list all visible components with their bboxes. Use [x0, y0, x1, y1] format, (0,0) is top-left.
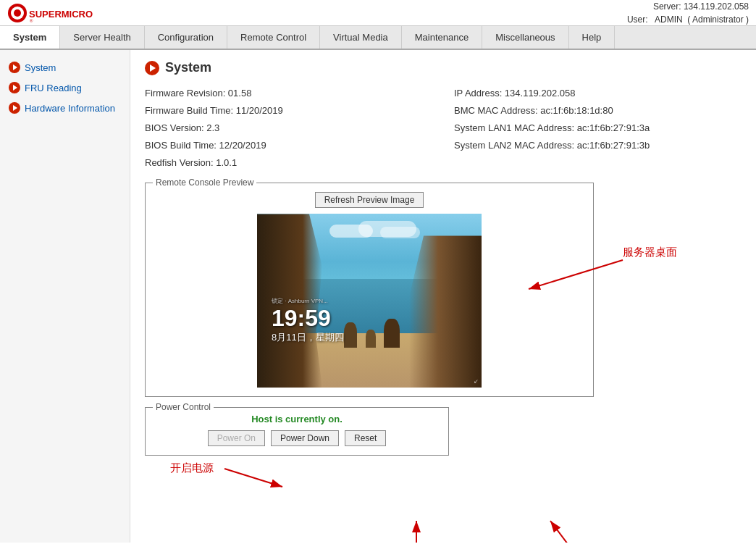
nav-remote-control[interactable]: Remote Control [227, 26, 320, 49]
sidebar-label-hardware: Hardware Information [25, 103, 115, 114]
server-label: Server: [653, 1, 684, 12]
date-display: 8月11日，星期四 [272, 331, 344, 344]
info-grid: Firmware Revision: 01.58 IP Address: 134… [145, 85, 742, 171]
rock-stack1 [344, 322, 357, 348]
nav-miscellaneous[interactable]: Miscellaneous [482, 26, 568, 49]
navbar: System Server Health Configuration Remot… [0, 26, 756, 50]
rock-right [409, 235, 482, 388]
power-control-legend: Power Control [153, 402, 214, 412]
lan2-mac: System LAN2 MAC Address: ac:1f:6b:27:91:… [454, 138, 742, 154]
refresh-preview-button[interactable]: Refresh Preview Image [315, 192, 424, 208]
bmc-mac: BMC MAC Address: ac:1f:6b:18:1d:80 [454, 103, 742, 119]
user-label: User: [627, 14, 655, 25]
time-overlay: 锁定 · Ashburn VPN... 19:59 8月11日，星期四 [272, 297, 344, 344]
refresh-btn-row: Refresh Preview Image [154, 192, 584, 208]
time-display: 19:59 [272, 306, 344, 330]
main: System FRU Reading Hardware Information … [0, 50, 756, 543]
sidebar-arrow-system [9, 62, 20, 73]
content: System Firmware Revision: 01.58 IP Addre… [130, 50, 756, 543]
reset-button[interactable]: Reset [345, 430, 386, 446]
page-title-icon [145, 61, 159, 75]
sidebar-item-hardware[interactable]: Hardware Information [0, 98, 130, 118]
svg-text:SUPERMICRO: SUPERMICRO [29, 9, 93, 20]
nav-maintenance[interactable]: Maintenance [402, 26, 482, 49]
svg-text:®: ® [30, 19, 33, 23]
nav-help[interactable]: Help [569, 26, 616, 49]
nav-virtual-media[interactable]: Virtual Media [320, 26, 402, 49]
remote-console-legend: Remote Console Preview [153, 177, 256, 188]
user-role: ( Administrator ) [687, 14, 749, 25]
nav-configuration[interactable]: Configuration [145, 26, 227, 49]
power-buttons-row: Power On Power Down Reset [154, 430, 440, 446]
page-title: System [165, 60, 211, 75]
sidebar-arrow-hardware [9, 102, 20, 114]
redfish-version: Redfish Version: 1.0.1 [145, 155, 432, 171]
bios-build: BIOS Build Time: 12/20/2019 [145, 138, 432, 154]
power-status: Host is currently on. [154, 414, 440, 424]
sidebar-arrow-fru [9, 82, 20, 93]
logo-area: SUPERMICRO ® [7, 3, 94, 23]
power-control-box: Power Control Host is currently on. Powe… [145, 407, 449, 456]
user-value: ADMIN [655, 14, 683, 25]
remote-console-preview-box: Remote Console Preview Refresh Preview I… [145, 183, 594, 397]
arrow-restart [514, 514, 587, 543]
firmware-revision: Firmware Revision: 01.58 [145, 85, 432, 101]
remote-console-image: 锁定 · Ashburn VPN... 19:59 8月11日，星期四 ↙ [257, 214, 482, 388]
sidebar-label-fru: FRU Reading [25, 83, 82, 93]
corner-arrow: ↙ [474, 378, 479, 385]
server-info: Server: 134.119.202.058 User: ADMIN ( Ad… [627, 0, 749, 26]
rock-stack2 [366, 330, 376, 348]
sidebar-item-fru[interactable]: FRU Reading [0, 78, 130, 98]
nav-server-health[interactable]: Server Health [60, 26, 144, 49]
nav-system[interactable]: System [0, 26, 60, 49]
rock-stack3 [384, 319, 400, 348]
supermicro-logo: SUPERMICRO ® [7, 3, 94, 23]
power-on-button[interactable]: Power On [208, 430, 265, 446]
cloud3 [380, 227, 420, 238]
lan1-mac: System LAN1 MAC Address: ac:1f:6b:27:91:… [454, 120, 742, 136]
sidebar-item-system[interactable]: System [0, 57, 130, 78]
small-label: 锁定 · Ashburn VPN... [272, 297, 344, 305]
server-value: 134.119.202.058 [684, 1, 749, 12]
firmware-build: Firmware Build Time: 11/20/2019 [145, 103, 432, 119]
arrow-power-on [217, 461, 297, 498]
svg-point-2 [14, 9, 21, 17]
header: SUPERMICRO ® Server: 134.119.202.058 Use… [0, 0, 756, 26]
sidebar: System FRU Reading Hardware Information [0, 50, 130, 543]
annotation-server-desktop: 服务器桌面 [623, 246, 677, 259]
sidebar-label-system: System [25, 62, 56, 73]
ip-address: IP Address: 134.119.202.058 [454, 85, 742, 101]
bios-version: BIOS Version: 2.3 [145, 120, 432, 136]
page-title-row: System [145, 60, 742, 75]
power-down-button[interactable]: Power Down [271, 430, 339, 446]
arrow-power-off [387, 514, 445, 543]
annotation-power-on: 开启电源 [170, 461, 214, 475]
